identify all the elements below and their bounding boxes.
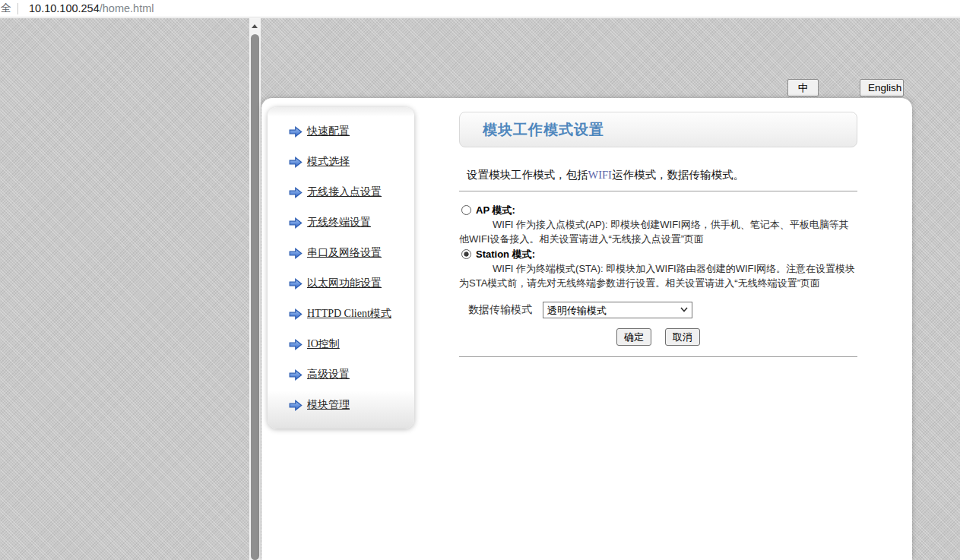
transfer-mode-select[interactable]: 透明传输模式: [543, 302, 692, 318]
arrow-right-icon: [289, 339, 303, 350]
scroll-up-icon: [252, 24, 258, 28]
sidebar-item-advanced-settings[interactable]: 高级设置: [268, 359, 414, 390]
content-area: 模块工作模式设置 设置模块工作模式，包括WIFI运作模式，数据传输模式。 AP …: [459, 112, 857, 357]
station-mode-radio[interactable]: [461, 249, 471, 259]
transfer-mode-row: 数据传输模式 透明传输模式: [459, 302, 857, 318]
language-chinese-button[interactable]: 中文: [787, 79, 819, 96]
page-background: 中文 English 快速配置 模式选择 无线接入点设置 无线终端设置: [0, 18, 960, 560]
sidebar-item-io-control[interactable]: IO控制: [268, 329, 414, 359]
ok-button[interactable]: 确定: [616, 328, 651, 346]
sidebar-item-httpd-client[interactable]: HTTPD Client模式: [268, 299, 414, 329]
sidebar-link: 模式选择: [307, 155, 350, 169]
sidebar-item-quick-config[interactable]: 快速配置: [268, 116, 414, 147]
vertical-scrollbar[interactable]: [249, 18, 261, 560]
arrow-right-icon: [289, 126, 303, 138]
arrow-right-icon: [289, 248, 303, 259]
mode-section: AP 模式: WIFI 作为接入点模式(AP): 即模块创建WIFI网络，供手机…: [459, 204, 857, 290]
url-path[interactable]: /home.html: [100, 2, 154, 14]
sidebar-link: 以太网功能设置: [307, 277, 382, 290]
sidebar-item-ap-settings[interactable]: 无线接入点设置: [268, 177, 414, 207]
sidebar-item-sta-settings[interactable]: 无线终端设置: [268, 207, 414, 238]
divider-top: [459, 191, 857, 191]
cancel-button[interactable]: 取消: [665, 328, 700, 346]
scrollbar-thumb[interactable]: [251, 34, 259, 560]
description-wifi: WIFI: [588, 169, 612, 181]
sidebar-link: 模块管理: [307, 398, 350, 412]
sidebar-link: 无线终端设置: [307, 216, 371, 229]
main-panel: 快速配置 模式选择 无线接入点设置 无线终端设置 串口及网络设置 以太网功能设置: [261, 98, 912, 560]
station-mode-row: Station 模式:: [461, 248, 857, 261]
sidebar-link: 串口及网络设置: [307, 246, 382, 260]
arrow-right-icon: [289, 308, 303, 320]
sidebar-link: HTTPD Client模式: [307, 307, 391, 321]
sidebar-link: 无线接入点设置: [307, 185, 382, 199]
description-suffix: 运作模式，数据传输模式。: [612, 169, 744, 181]
browser-address-bar[interactable]: 全 10.10.100.254/home.html: [0, 0, 960, 17]
arrow-right-icon: [289, 400, 303, 411]
page-description: 设置模块工作模式，包括WIFI运作模式，数据传输模式。: [459, 168, 857, 182]
arrow-right-icon: [289, 217, 303, 229]
arrow-right-icon: [289, 278, 303, 289]
ap-mode-radio[interactable]: [461, 205, 471, 215]
form-buttons-row: 确定 取消: [459, 328, 857, 346]
sidebar-link: 快速配置: [307, 125, 350, 138]
scrollbar-up-button[interactable]: [249, 18, 261, 31]
sidebar-item-mode-select[interactable]: 模式选择: [268, 147, 414, 177]
arrow-right-icon: [289, 187, 303, 198]
station-mode-label: Station 模式:: [476, 248, 535, 261]
sidebar-item-module-management[interactable]: 模块管理: [268, 390, 414, 420]
address-bar-divider: [17, 3, 18, 14]
transfer-mode-label: 数据传输模式: [468, 303, 532, 317]
description-prefix: 设置模块工作模式，包括: [467, 169, 588, 181]
ap-mode-label: AP 模式:: [476, 204, 515, 217]
divider-bottom: [459, 356, 857, 357]
language-english-button[interactable]: English: [860, 79, 904, 96]
ap-mode-row: AP 模式:: [461, 204, 857, 217]
sidebar-item-uart-settings[interactable]: 串口及网络设置: [268, 238, 414, 268]
sidebar-link: IO控制: [307, 337, 340, 351]
sidebar-item-ethernet-settings[interactable]: 以太网功能设置: [268, 268, 414, 299]
security-badge[interactable]: 全: [1, 2, 14, 15]
url-host[interactable]: 10.10.100.254: [29, 2, 100, 14]
sidebar-menu: 快速配置 模式选择 无线接入点设置 无线终端设置 串口及网络设置 以太网功能设置: [268, 107, 414, 429]
arrow-right-icon: [289, 157, 303, 168]
page-title: 模块工作模式设置: [483, 120, 604, 140]
ap-mode-description: WIFI 作为接入点模式(AP): 即模块创建WIFI网络，供手机、笔记本、平板…: [459, 217, 857, 246]
arrow-right-icon: [289, 369, 303, 381]
sidebar-link: 高级设置: [307, 368, 350, 381]
page-title-box: 模块工作模式设置: [459, 112, 857, 147]
station-mode-description: WIFI 作为终端模式(STA): 即模块加入WIFI路由器创建的WIFI网络。…: [459, 261, 857, 290]
